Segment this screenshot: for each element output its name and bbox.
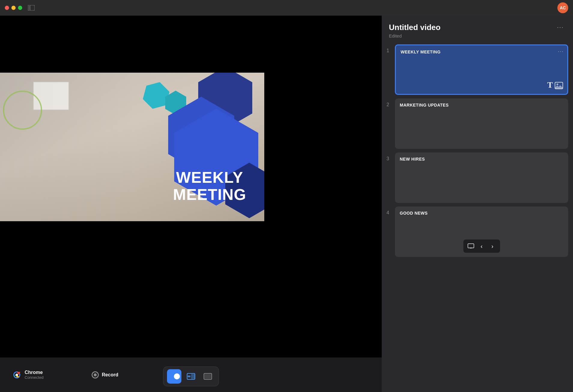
- svg-rect-9: [205, 374, 211, 379]
- source-status: Connected: [25, 375, 44, 380]
- video-bottom-area: Chrome Connected Record: [0, 221, 382, 392]
- source-info: Chrome Connected: [25, 370, 44, 380]
- slide-item-4[interactable]: 4 GOOD NEWS ‹ ›: [387, 207, 568, 257]
- text-icon-1: T: [547, 80, 553, 90]
- svg-rect-6: [191, 374, 195, 379]
- slide-card-3[interactable]: NEW HIRES: [395, 152, 568, 203]
- chrome-source-indicator: Chrome Connected: [12, 370, 44, 380]
- video-subtitle: Edited: [389, 33, 441, 38]
- slide-title-3: NEW HIRES: [400, 157, 425, 161]
- video-panel: WEEKLY MEETING: [0, 16, 382, 392]
- titlebar: AC: [0, 0, 573, 16]
- minimize-button[interactable]: [11, 6, 16, 10]
- person-area: [0, 73, 138, 221]
- svg-point-12: [16, 374, 18, 376]
- slide-title-1: WEEKLY MEETING: [401, 50, 441, 54]
- slide-list: 1 WEEKLY MEETING ··· T 2: [382, 44, 573, 392]
- close-button[interactable]: [5, 6, 9, 10]
- layout-button-screen[interactable]: [201, 369, 215, 384]
- slide-card-2[interactable]: MARKETING UPDATES: [395, 98, 568, 149]
- record-circle-icon: [92, 371, 99, 378]
- nav-next-button[interactable]: ›: [487, 241, 498, 251]
- right-panel: Untitled video Edited ··· 1 WEEKLY MEETI…: [382, 16, 573, 392]
- slide-card-1[interactable]: WEEKLY MEETING ··· T: [395, 44, 568, 95]
- control-toggle-bar: [163, 366, 219, 386]
- video-frame: WEEKLY MEETING: [0, 73, 264, 221]
- layout-button-presenter[interactable]: [184, 369, 198, 384]
- video-scene: WEEKLY MEETING: [0, 73, 264, 221]
- toggle-button[interactable]: [167, 369, 181, 384]
- slide-number-2: 2: [387, 102, 395, 107]
- nav-screen-button[interactable]: [466, 241, 476, 251]
- traffic-lights: [5, 6, 22, 10]
- slide-number-3: 3: [387, 156, 395, 161]
- main-content: WEEKLY MEETING: [0, 16, 573, 392]
- slide-card-4[interactable]: GOOD NEWS ‹ ›: [395, 207, 568, 257]
- image-icon-1: [555, 81, 563, 91]
- video-title: Untitled video: [389, 23, 441, 32]
- record-button[interactable]: Record: [92, 371, 118, 378]
- svg-rect-15: [468, 244, 474, 248]
- chrome-icon: [12, 370, 22, 380]
- svg-point-14: [556, 83, 558, 85]
- slide-item-3[interactable]: 3 NEW HIRES: [387, 152, 568, 203]
- bottom-controls-bar: Chrome Connected Record: [0, 357, 382, 392]
- slide-more-button-1[interactable]: ···: [558, 48, 564, 55]
- slide-nav-controls: ‹ ›: [463, 240, 500, 253]
- video-title-group: Untitled video Edited: [389, 23, 441, 38]
- sidebar-toggle-button[interactable]: [27, 5, 35, 11]
- svg-rect-7: [188, 375, 190, 377]
- avatar[interactable]: AC: [557, 2, 568, 13]
- nav-prev-button[interactable]: ‹: [477, 241, 487, 251]
- slide-number-1: 1: [387, 48, 395, 53]
- video-top-padding: [0, 16, 382, 73]
- record-inner-dot: [94, 373, 97, 376]
- right-panel-header: Untitled video Edited ···: [382, 16, 573, 44]
- slide-title-4: GOOD NEWS: [400, 211, 428, 216]
- slide-item-1[interactable]: 1 WEEKLY MEETING ··· T: [387, 44, 568, 95]
- maximize-button[interactable]: [18, 6, 22, 10]
- video-text-overlay: WEEKLY MEETING: [173, 169, 246, 203]
- toggle-pill: [168, 372, 181, 380]
- video-more-button[interactable]: ···: [555, 23, 566, 31]
- slide-number-4: 4: [387, 210, 395, 216]
- record-label: Record: [102, 372, 118, 378]
- slide-title-2: MARKETING UPDATES: [400, 103, 449, 107]
- slide-item-2[interactable]: 2 MARKETING UPDATES: [387, 98, 568, 149]
- source-name: Chrome: [25, 370, 44, 375]
